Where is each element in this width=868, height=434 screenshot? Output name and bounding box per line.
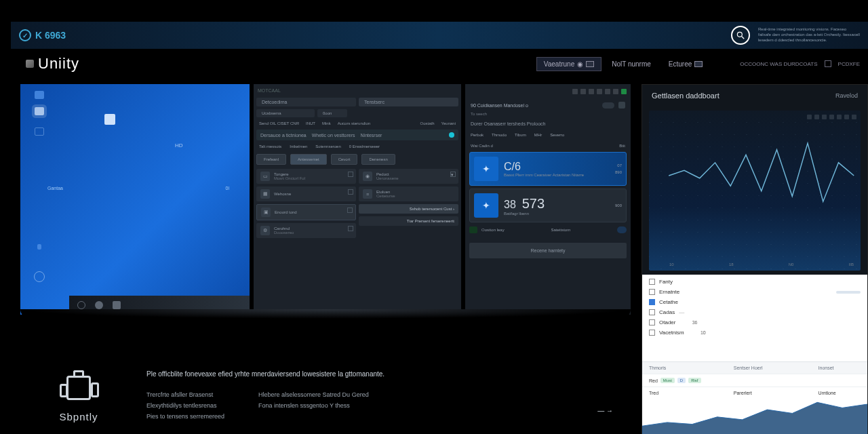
footer-link[interactable]: Trercfrte afsller Brasenst: [146, 391, 224, 398]
link-row[interactable]: Tiar Prersent fersereneertt: [359, 216, 458, 226]
card[interactable]: ▦Wehosne: [256, 186, 356, 201]
btn-1[interactable]: Frefeanl: [256, 154, 286, 165]
ti[interactable]: [597, 89, 602, 94]
checkbox[interactable]: [649, 289, 655, 295]
checkbox[interactable]: [649, 279, 655, 285]
left-col: ▭TongereMosrt Onctorl Fol ▦Wehosne ▣Enoo…: [256, 169, 356, 313]
screen-stats: 90 Coidkansen Mandosel o To seech Dorer …: [465, 84, 631, 315]
brand-name: Uniity: [38, 55, 79, 73]
card[interactable]: ▭TongereMosrt Onctorl Fol: [256, 169, 356, 184]
footer-link[interactable]: Fona intenslen sssgentoo Y thess: [258, 402, 369, 409]
task-drop-icon[interactable]: [95, 301, 103, 309]
highlight-row[interactable]: Dersauce a tictnioneaWhetic on vesttorer…: [256, 130, 458, 140]
section-desc: Dorer Osanaserr tersheds Prolooch: [471, 121, 546, 126]
breadcrumb-1[interactable]: Detcoedima: [256, 98, 356, 106]
rp-list: Fanty Ernatnte Cetathe Cadas — Otader 36…: [642, 275, 867, 361]
tab[interactable]: Yeunani: [441, 121, 456, 125]
tab[interactable]: Tiburn: [515, 133, 526, 137]
side-v: 07: [617, 163, 622, 167]
chevron-down-icon[interactable]: ▾: [450, 172, 456, 177]
rail-bar-icon[interactable]: [37, 244, 41, 250]
expand-icon[interactable]: [347, 208, 353, 213]
user-icon: ◉: [577, 60, 583, 68]
footer-headline: Ple officblite foneveaxe efied yrhte mne…: [146, 370, 624, 378]
rp-action[interactable]: Ravelod: [835, 92, 858, 99]
btn-4[interactable]: Denenesn: [361, 154, 395, 165]
toggle[interactable]: [602, 102, 614, 108]
tab[interactable]: Thmodo: [492, 133, 507, 137]
stat-card-primary[interactable]: ✦ C/6Baast Plerr imm Cearaiver Actarista…: [469, 152, 627, 186]
stat-card-secondary[interactable]: ✦ 38 573Batifagr lbenn 900: [469, 189, 627, 222]
tab[interactable]: Severro: [550, 133, 564, 137]
product-logo: ✓ K 6963: [19, 29, 66, 41]
col-h: Talt messots: [259, 144, 281, 149]
tab[interactable]: Mink: [322, 121, 331, 125]
checkbox[interactable]: [825, 60, 831, 67]
rail-folder-icon[interactable]: [35, 91, 44, 99]
box-icon[interactable]: [618, 102, 625, 108]
product-code: K 6963: [35, 30, 66, 41]
tab[interactable]: Perbok: [471, 133, 484, 137]
ti[interactable]: [613, 89, 618, 94]
col-h: 0 Erwalmerseeer: [349, 144, 380, 149]
magnify-icon: [736, 31, 745, 40]
table-row[interactable]: TredParerlertUmtlone: [642, 387, 867, 399]
nav-item-3[interactable]: Ecturee: [661, 57, 710, 71]
checkbox[interactable]: [649, 319, 655, 326]
search-button[interactable]: [731, 26, 750, 45]
list-label: Cetathe: [659, 299, 678, 305]
breadcrumb-2[interactable]: Tenstserc: [359, 98, 458, 106]
desktop-tile-icon[interactable]: [104, 114, 115, 125]
p2-tabs: Send OIL CISET CNR INUT Mink Aucors ster…: [254, 119, 461, 128]
doc-icon: ▭: [260, 172, 270, 181]
tab[interactable]: Oostath: [420, 121, 435, 125]
ti[interactable]: [605, 89, 610, 94]
table-row[interactable]: RedMustDRisf: [642, 374, 867, 387]
rail-window-icon[interactable]: [35, 127, 44, 136]
tab[interactable]: INUT: [306, 121, 315, 125]
task-phone-icon[interactable]: [77, 301, 85, 309]
btn-3[interactable]: Cevort: [331, 154, 358, 165]
ti-ok[interactable]: [621, 89, 627, 94]
expand-icon[interactable]: [348, 226, 353, 231]
p3-toolbar: [465, 84, 631, 99]
nav-item-1[interactable]: Vaeatrune◉: [536, 57, 601, 71]
list-item[interactable]: Otader 36: [649, 319, 861, 326]
footer-link[interactable]: Elexythtidilys tentlesrenas: [146, 402, 224, 409]
footer-link[interactable]: Hlebere alselessomere Satred Du Gered: [258, 391, 369, 398]
checkbox[interactable]: [649, 299, 655, 305]
p2-header-label: MOTCAAL: [258, 88, 281, 93]
expand-icon[interactable]: [348, 172, 353, 177]
card[interactable]: ≡EtoluenCetteturse: [359, 186, 458, 201]
tab[interactable]: Send OIL CISET CNR: [259, 121, 299, 125]
list-item[interactable]: Cadas —: [649, 309, 861, 315]
list-item[interactable]: Cetathe: [649, 299, 861, 305]
list-item[interactable]: Ernatnte: [649, 289, 861, 295]
checkbox[interactable]: [649, 330, 655, 336]
card[interactable]: ▣Enoord tond: [256, 204, 356, 220]
sub-chip-2[interactable]: 0oon: [317, 109, 347, 117]
section-sub: To seech: [471, 112, 487, 116]
list-item[interactable]: Fanty: [649, 279, 861, 285]
card[interactable]: ⚙CarohndDooosereo: [256, 223, 356, 238]
ti[interactable]: [589, 89, 594, 94]
expand-icon[interactable]: [348, 189, 353, 195]
btn-2[interactable]: Antessemet: [290, 154, 327, 165]
checkbox[interactable]: [649, 309, 655, 315]
card[interactable]: ◉PedoctUeronasene▾: [359, 169, 458, 184]
ti[interactable]: [572, 89, 578, 94]
arrow-icon[interactable]: — →: [597, 407, 613, 414]
list-item[interactable]: Vacetnism 10: [649, 330, 861, 336]
wide-button[interactable]: Recene hamtety: [469, 243, 627, 258]
sub-chip-1[interactable]: Ucabsema: [256, 109, 315, 117]
nav-item-2[interactable]: NolT nunrme: [604, 57, 658, 71]
rail-app-icon[interactable]: [35, 107, 44, 115]
tab[interactable]: Aucors sterundion: [338, 121, 370, 125]
rail-globe-icon[interactable]: [34, 271, 45, 282]
date-label: Wat Cadin d: [471, 144, 493, 148]
footer-link[interactable]: Pies to tensens serremereed: [146, 413, 224, 420]
ti[interactable]: [580, 89, 586, 94]
task-home-icon[interactable]: [113, 301, 121, 309]
link-row[interactable]: Sshob terersocent Cust ›: [359, 204, 458, 214]
tab[interactable]: MHr: [534, 133, 542, 137]
